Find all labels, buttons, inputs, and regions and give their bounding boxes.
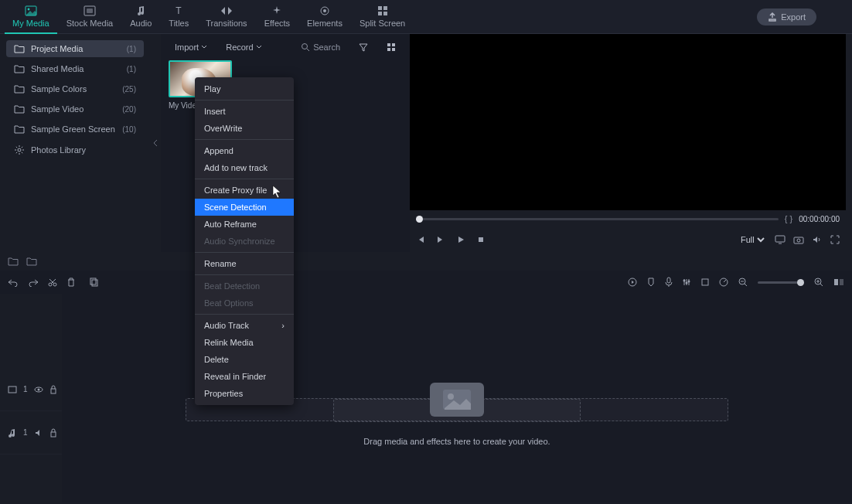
delete-button-tl[interactable] (66, 278, 76, 287)
panel-divider-row (0, 252, 852, 271)
tab-transitions[interactable]: Transitions (198, 0, 254, 34)
search-input[interactable]: Search (295, 40, 346, 54)
context-menu-separator (195, 274, 294, 275)
context-menu-item[interactable]: Delete (195, 351, 294, 368)
folder-icon[interactable] (26, 257, 37, 266)
export-label: Export (781, 12, 806, 22)
fullscreen-button[interactable] (830, 235, 840, 244)
preview-scrubber[interactable] (416, 218, 779, 220)
tab-label: Split Screen (360, 19, 405, 28)
context-menu-separator (195, 100, 294, 100)
crop-button[interactable] (700, 278, 710, 287)
context-menu-item[interactable]: Properties (195, 385, 294, 402)
context-menu-item[interactable]: OverWrite (195, 120, 294, 137)
svg-rect-40 (51, 432, 56, 437)
tab-stock-media[interactable]: Stock Media (59, 0, 121, 34)
context-menu-item[interactable]: Auto Reframe (195, 216, 294, 233)
grid-icon (387, 43, 396, 52)
context-menu: PlayInsertOverWriteAppendAdd to new trac… (195, 77, 294, 405)
effects-icon (270, 5, 284, 17)
preview-viewport[interactable] (410, 34, 846, 210)
chevron-right-icon: › (281, 321, 285, 330)
mute-icon[interactable] (34, 429, 43, 437)
voiceover-button[interactable] (665, 277, 673, 288)
tab-titles[interactable]: T Titles (161, 0, 196, 34)
redo-button[interactable] (28, 278, 39, 287)
tab-label: Elements (307, 19, 343, 28)
sidebar-item-sample-colors[interactable]: Sample Colors (25) (6, 80, 144, 97)
timeline: 1 1 Drag media and effects here to creat… (0, 294, 852, 502)
svg-rect-17 (479, 237, 483, 242)
timeline-view-button[interactable] (833, 278, 844, 287)
add-folder-icon[interactable] (8, 257, 19, 266)
sidebar-item-photos-library[interactable]: Photos Library (6, 141, 144, 159)
sidebar-item-count: (20) (122, 105, 136, 114)
record-button[interactable]: Record (220, 39, 268, 55)
context-menu-item[interactable]: Reveal in Finder (195, 368, 294, 385)
undo-button[interactable] (8, 278, 19, 287)
export-button[interactable]: Export (757, 9, 816, 26)
next-frame-button[interactable] (436, 235, 445, 244)
display-settings-button[interactable] (775, 235, 786, 244)
lock-icon[interactable] (49, 428, 57, 438)
filter-button[interactable] (353, 39, 374, 55)
zoom-in-button[interactable] (813, 277, 824, 288)
context-menu-item[interactable]: Append (195, 142, 294, 159)
tab-my-media[interactable]: My Media (5, 0, 57, 34)
context-menu-item[interactable]: Add to new track (195, 159, 294, 176)
sidebar-collapse-handle[interactable] (150, 34, 161, 252)
svg-rect-23 (92, 280, 97, 286)
volume-button[interactable] (812, 235, 823, 244)
cut-button[interactable] (48, 278, 57, 287)
context-menu-item[interactable]: Scene Detection (195, 199, 294, 216)
prev-frame-button[interactable] (416, 235, 425, 244)
context-menu-item[interactable]: Play (195, 80, 294, 97)
filter-icon (359, 43, 368, 52)
mixer-button[interactable] (682, 278, 691, 287)
quality-select[interactable]: Full (738, 234, 767, 245)
zoom-handle[interactable] (797, 279, 804, 286)
track-label: 1 (23, 385, 28, 393)
zoom-out-button[interactable] (738, 277, 748, 288)
scrubber-handle[interactable] (416, 216, 423, 223)
gear-icon (14, 145, 25, 155)
drop-slot-center[interactable] (333, 399, 581, 422)
zoom-slider[interactable] (758, 281, 804, 284)
svg-rect-16 (392, 48, 395, 51)
video-track-header[interactable]: 1 (0, 368, 62, 411)
lock-icon[interactable] (49, 385, 57, 394)
context-menu-item[interactable]: Rename (195, 255, 294, 272)
svg-rect-26 (667, 278, 670, 283)
copy-button[interactable] (90, 278, 99, 287)
tab-elements[interactable]: Elements (299, 0, 350, 34)
speed-button[interactable] (719, 278, 728, 287)
tab-audio[interactable]: Audio (122, 0, 159, 34)
sidebar-item-sample-video[interactable]: Sample Video (20) (6, 100, 144, 117)
sidebar-item-count: (25) (122, 85, 136, 94)
eye-icon[interactable] (34, 386, 43, 393)
svg-point-1 (27, 8, 29, 10)
context-menu-item[interactable]: Insert (195, 103, 294, 120)
tab-split-screen[interactable]: Split Screen (352, 0, 413, 34)
tab-effects[interactable]: Effects (257, 0, 298, 34)
svg-point-6 (323, 9, 326, 12)
stop-button[interactable] (476, 235, 486, 244)
sidebar-item-project-media[interactable]: Project Media (1) (6, 40, 144, 57)
sidebar-item-sample-green-screen[interactable]: Sample Green Screen (10) (6, 121, 144, 138)
snapshot-button[interactable] (793, 235, 804, 244)
audio-track-header[interactable]: 1 (0, 411, 62, 455)
svg-rect-30 (702, 279, 708, 285)
grid-view-button[interactable] (380, 39, 402, 55)
play-button[interactable] (456, 235, 465, 244)
context-menu-item[interactable]: Relink Media (195, 334, 294, 351)
sidebar-item-shared-media[interactable]: Shared Media (1) (6, 60, 144, 77)
timeline-body[interactable]: Drag media and effects here to create yo… (62, 294, 852, 502)
stock-icon (83, 5, 97, 17)
render-button[interactable] (628, 278, 637, 287)
context-menu-item: Beat Detection (195, 278, 294, 295)
context-menu-item[interactable]: Audio Track› (195, 317, 294, 334)
import-button[interactable]: Import (169, 39, 213, 55)
marker-button[interactable] (646, 278, 656, 287)
media-placeholder-icon (430, 383, 484, 417)
folder-icon (14, 64, 25, 73)
